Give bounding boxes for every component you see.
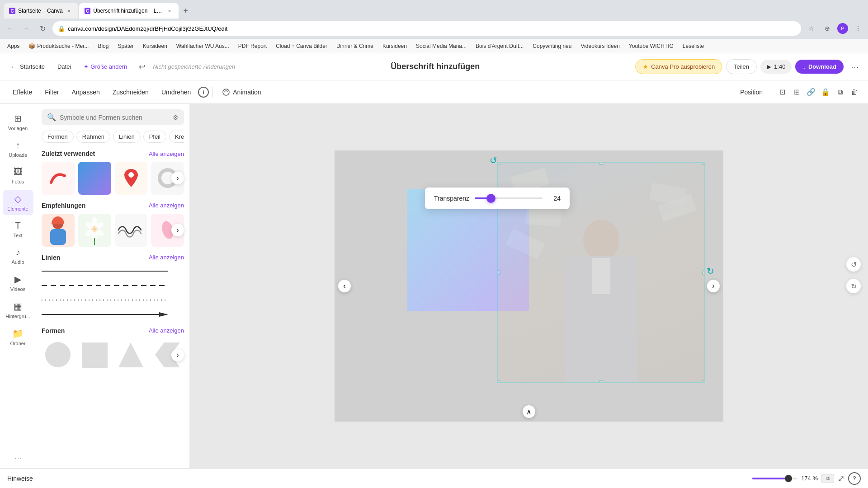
bookmark-wahlfacher[interactable]: Wahlfächer WU Aus... [173, 42, 233, 50]
bookmark-videokurs[interactable]: Videokurs Ideen [577, 42, 623, 50]
tab-close-1[interactable]: × [66, 7, 73, 14]
canvas-nav-bottom[interactable]: ∧ [523, 405, 535, 418]
sidebar-item-vorlagen[interactable]: ⊞ Vorlagen [3, 109, 33, 135]
shape-triangle[interactable] [115, 339, 148, 372]
forward-button[interactable]: → [20, 22, 33, 35]
animation-button[interactable]: Animation [217, 85, 266, 99]
effekte-button[interactable]: Effekte [7, 86, 38, 99]
sidebar-item-audio[interactable]: ♪ Audio [3, 244, 33, 268]
bookmark-apps[interactable]: Apps [4, 42, 23, 50]
page-icon[interactable]: ⧉ [821, 474, 834, 483]
line-dotted[interactable] [42, 295, 184, 305]
filter-button[interactable]: Filter [39, 86, 64, 99]
cat-tab-krei[interactable]: Krei [169, 131, 184, 143]
play-button[interactable]: ▶ 1:40 [760, 60, 792, 74]
cat-tab-pfeil[interactable]: Pfeil [143, 131, 166, 143]
rec-person[interactable] [42, 214, 75, 247]
zoom-slider[interactable] [752, 478, 797, 479]
rec-squiggle[interactable] [115, 214, 148, 247]
bookmark-leseliste[interactable]: Leseliste [679, 42, 708, 50]
tab-inactive[interactable]: C Startseite – Canva × [4, 3, 78, 19]
lock-button[interactable]: 🔒 [819, 86, 832, 99]
cat-tab-linien[interactable]: Linien [113, 131, 141, 143]
extensions-button[interactable]: ⊕ [821, 22, 834, 35]
bookmark-cload[interactable]: Cload + Canva Bilder [272, 42, 331, 50]
position-button[interactable]: Position [735, 86, 768, 99]
selection-handle-bl[interactable] [497, 380, 500, 383]
recommendations-next[interactable]: › [171, 224, 184, 236]
link-button[interactable]: 🔗 [805, 86, 817, 99]
grid-button[interactable]: ⊞ [790, 86, 803, 99]
recently-used-next[interactable]: › [171, 172, 184, 184]
bookmark-produktsuche[interactable]: 📦Produktsuche - Mer... [25, 42, 92, 50]
tab-close-2[interactable]: × [166, 7, 173, 14]
element-red-curve[interactable] [42, 162, 75, 195]
selection-handle-tl[interactable] [497, 162, 500, 165]
info-button[interactable]: i [198, 87, 209, 98]
bookmark-blog[interactable]: Blog [94, 42, 112, 50]
home-button[interactable]: ← Startseite [5, 60, 49, 74]
share-button[interactable]: Teilen [726, 59, 757, 74]
zuschneiden-button[interactable]: Zuschneiden [107, 86, 154, 99]
selection-handle-ml[interactable] [497, 270, 500, 275]
browser-menu-button[interactable]: ⋮ [852, 22, 864, 35]
download-button[interactable]: ↓ Download [795, 60, 844, 74]
bookmark-youtube[interactable]: Youtube WICHTIG [625, 42, 677, 50]
undo-button[interactable]: ↩ [135, 60, 149, 74]
sidebar-item-fotos[interactable]: 🖼 Fotos [3, 163, 33, 188]
profile-button[interactable]: P [837, 23, 848, 34]
rotate-handle-top-right[interactable]: ↺ [490, 155, 497, 166]
rotate-ccw-button[interactable]: ↺ [846, 257, 861, 272]
sidebar-item-uploads[interactable]: ↑ Uploads [3, 136, 33, 161]
selection-handle-tr[interactable] [702, 162, 705, 165]
canvas-nav-right[interactable]: › [707, 280, 720, 292]
bookmark-copywriting[interactable]: Copywriting neu [529, 42, 575, 50]
filter-icon[interactable]: ⚙ [173, 114, 179, 121]
rec-flower[interactable] [78, 214, 111, 247]
zoom-thumb[interactable] [785, 475, 792, 482]
shape-circle[interactable] [42, 339, 75, 372]
sidebar-item-elemente[interactable]: ◇ Elemente [3, 190, 33, 215]
selection-handle-br[interactable] [702, 380, 705, 383]
sidebar-item-hintergrund[interactable]: ▦ Hintergrü... [3, 297, 33, 323]
back-button[interactable]: ← [4, 22, 16, 35]
resize-button[interactable]: ✦ Größe ändern [79, 61, 132, 73]
search-input[interactable] [60, 114, 169, 121]
delete-button[interactable]: 🗑 [848, 86, 861, 99]
tab-active[interactable]: C Überschrift hinzufügen – Logo × [79, 3, 179, 19]
line-arrow[interactable] [42, 309, 184, 320]
shapes-next[interactable]: › [171, 349, 184, 361]
line-solid[interactable] [42, 266, 184, 277]
selection-handle-mr[interactable] [702, 270, 705, 275]
sidebar-more-dots[interactable]: ⋯ [14, 453, 22, 463]
recently-used-see-all[interactable]: Alle anzeigen [149, 150, 184, 157]
canvas-nav-left[interactable]: ‹ [338, 280, 351, 292]
expand-button[interactable]: ⤢ [838, 474, 844, 483]
file-button[interactable]: Datei [53, 61, 75, 73]
sidebar-item-videos[interactable]: ▶ Videos [3, 270, 33, 296]
canvas-area[interactable]: ‹ › ∧ [190, 104, 868, 468]
shapes-see-all[interactable]: Alle anzeigen [149, 327, 184, 334]
lines-see-all[interactable]: Alle anzeigen [149, 254, 184, 261]
bookmark-pdf[interactable]: PDF Report [235, 42, 270, 50]
selection-handle-bm[interactable] [599, 380, 604, 383]
reload-button[interactable]: ↻ [36, 22, 49, 35]
rotate-cw-button[interactable]: ↻ [846, 279, 861, 293]
new-tab-button[interactable]: + [179, 5, 192, 17]
cat-tab-formen[interactable]: Formen [42, 131, 74, 143]
anpassen-button[interactable]: Anpassen [66, 86, 105, 99]
sidebar-item-text[interactable]: T Text [3, 217, 33, 242]
shape-square[interactable] [78, 339, 111, 372]
bookmark-spaeter[interactable]: Später [114, 42, 137, 50]
bookmark-bois[interactable]: Bois d'Argent Duft... [472, 42, 527, 50]
cat-tab-rahmen[interactable]: Rahmen [76, 131, 110, 143]
rotate-handle-right[interactable]: ↻ [707, 266, 714, 277]
selection-handle-tm[interactable] [599, 162, 604, 165]
help-button[interactable]: ? [848, 472, 861, 485]
element-blue-square[interactable] [78, 162, 111, 195]
pro-button[interactable]: ★ Canva Pro ausprobieren [635, 59, 722, 74]
bookmark-button[interactable]: ☆ [805, 22, 817, 35]
sidebar-item-ordner[interactable]: 📁 Ordner [3, 324, 33, 350]
element-map-pin[interactable] [115, 162, 148, 195]
color-wheel-button[interactable]: ⊡ [776, 86, 788, 99]
